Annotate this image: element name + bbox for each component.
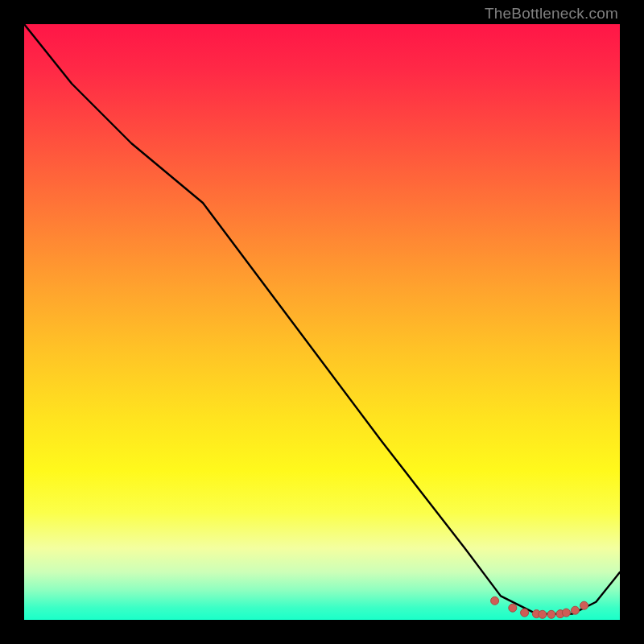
marker-point bbox=[509, 604, 517, 612]
marker-point bbox=[562, 609, 570, 617]
marker-point bbox=[580, 601, 588, 609]
overlay-svg bbox=[24, 24, 620, 620]
watermark-text: TheBottleneck.com bbox=[485, 5, 618, 23]
marker-point bbox=[572, 606, 580, 614]
marker-point bbox=[539, 610, 547, 618]
minimum-markers bbox=[491, 597, 588, 618]
bottleneck-line bbox=[24, 24, 620, 614]
plot-area bbox=[24, 24, 620, 620]
marker-point bbox=[547, 610, 555, 618]
marker-point bbox=[521, 609, 529, 617]
chart-frame: TheBottleneck.com bbox=[0, 0, 644, 644]
marker-point bbox=[491, 597, 499, 605]
